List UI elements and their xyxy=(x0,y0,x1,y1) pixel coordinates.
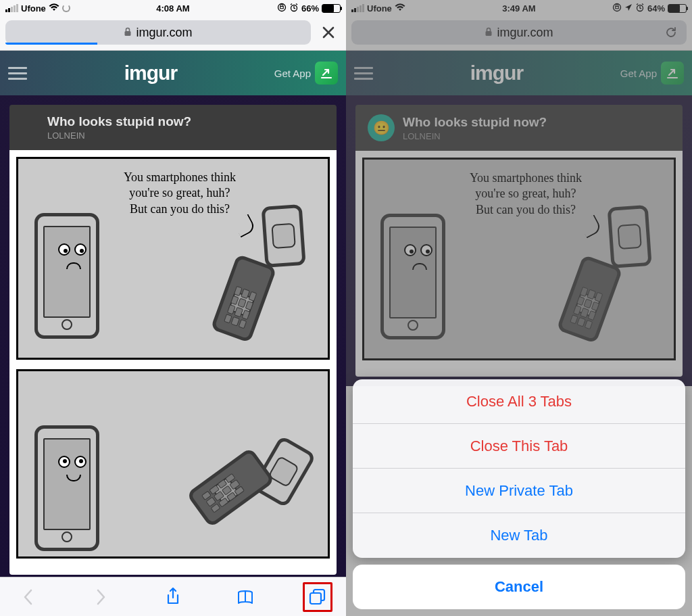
alarm-icon xyxy=(289,3,299,14)
post-header: Who looks stupid now? LOLNEIN xyxy=(9,105,337,150)
smartphone-drawing xyxy=(34,213,99,339)
post-image[interactable]: You smartphones think you're so great, h… xyxy=(9,150,337,575)
address-bar[interactable]: imgur.com xyxy=(5,20,311,45)
battery-icon xyxy=(322,4,341,13)
smartphone-drawing xyxy=(34,425,99,551)
site-header: imgur Get App xyxy=(0,51,346,95)
page-content: imgur Get App Who looks stupid now? LOLN… xyxy=(0,51,346,584)
orientation-lock-icon xyxy=(277,3,287,14)
flipphone-drawing xyxy=(187,422,314,544)
imgur-logo[interactable]: imgur xyxy=(124,62,177,85)
wifi-icon xyxy=(49,3,59,13)
new-tab-button[interactable]: New Tab xyxy=(353,513,685,558)
battery-pct: 66% xyxy=(301,3,319,14)
share-button[interactable] xyxy=(158,582,188,612)
close-this-tab-button[interactable]: Close This Tab xyxy=(353,424,685,469)
comic-text: You smartphones think you're so great, h… xyxy=(124,170,236,217)
svg-rect-4 xyxy=(310,593,321,604)
svg-rect-2 xyxy=(125,31,131,36)
status-bar: Ufone 4:08 AM 66% xyxy=(0,0,346,16)
app-store-icon xyxy=(315,62,338,85)
bookmarks-button[interactable] xyxy=(230,582,260,612)
get-app-label: Get App xyxy=(274,68,311,79)
back-button[interactable] xyxy=(14,582,43,612)
url-domain: imgur.com xyxy=(136,26,192,40)
post-author[interactable]: LOLNEIN xyxy=(47,131,191,141)
tabs-button[interactable] xyxy=(303,582,332,612)
comic-panel-2 xyxy=(16,369,330,559)
post-card: Who looks stupid now? LOLNEIN You smartp… xyxy=(9,105,337,575)
screenshot-left: Ufone 4:08 AM 66% imgur.com xyxy=(0,0,346,616)
screenshot-right: Ufone 3:49 AM 64% imgur.com xyxy=(346,0,692,616)
action-sheet: Close All 3 Tabs Close This Tab New Priv… xyxy=(346,373,692,616)
close-all-tabs-button[interactable]: Close All 3 Tabs xyxy=(353,379,685,424)
loading-spinner-icon xyxy=(62,4,70,12)
flipphone-drawing xyxy=(214,201,305,347)
stop-loading-button[interactable] xyxy=(316,25,341,40)
new-private-tab-button[interactable]: New Private Tab xyxy=(353,469,685,513)
lock-icon xyxy=(124,27,132,39)
carrier-label: Ufone xyxy=(21,3,46,14)
page-load-progress xyxy=(5,43,97,45)
get-app-button[interactable]: Get App xyxy=(274,62,338,85)
address-bar-row: imgur.com xyxy=(0,16,346,51)
signal-icon xyxy=(5,4,18,12)
forward-button[interactable] xyxy=(86,582,116,612)
cancel-button[interactable]: Cancel xyxy=(353,565,685,609)
safari-toolbar xyxy=(0,577,346,616)
status-time: 4:08 AM xyxy=(156,3,189,14)
comic-panel-1: You smartphones think you're so great, h… xyxy=(16,157,330,360)
post-title-wrap: Who looks stupid now? LOLNEIN xyxy=(47,114,191,141)
post-title: Who looks stupid now? xyxy=(47,114,191,129)
menu-icon[interactable] xyxy=(8,67,27,80)
